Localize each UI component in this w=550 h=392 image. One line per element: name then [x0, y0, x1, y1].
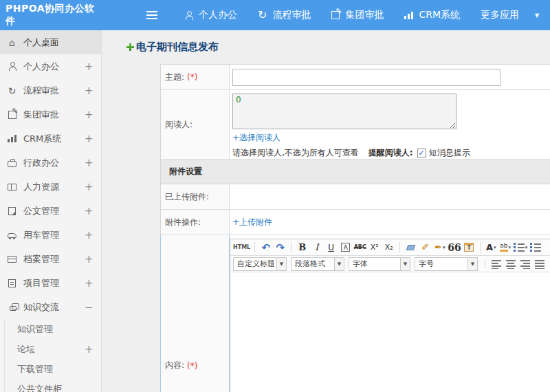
sidebar-item-hr[interactable]: 人力资源 +: [0, 175, 101, 199]
expand-toggle[interactable]: +: [85, 205, 93, 217]
navbar-menu: 个人办公 ↻ 流程审批 ✎ 集团审批 CRM系统 更多应用 ▼: [175, 0, 543, 30]
chevron-down-icon: ▼: [468, 258, 477, 270]
chevron-down-icon: ▾: [494, 245, 496, 250]
select-readers-link[interactable]: +选择阅读人: [232, 132, 280, 144]
sidebar-item-vehicle-mgmt[interactable]: 用车管理 +: [0, 223, 101, 247]
sidebar-item-group-approval[interactable]: ✎ 集团审批 +: [0, 102, 101, 127]
sidebar-item-admin-office[interactable]: 行政办公 +: [0, 151, 101, 175]
font-border-button[interactable]: A: [341, 243, 350, 252]
expand-toggle[interactable]: +: [85, 109, 93, 121]
expand-toggle[interactable]: +: [85, 133, 93, 145]
rich-text-editor: HTML ↶ ↷ B I U A ABC X² X₂ ✐: [230, 239, 550, 392]
bar-chart-icon: [6, 135, 18, 142]
publish-form: 主题: (*) 阅读人: 0 +选择阅读人 请选择阅读人,不选为所有人可查看 提…: [160, 64, 550, 392]
chevron-down-icon: ▼: [535, 12, 539, 19]
sidebar-subitem-download-mgmt[interactable]: 下载管理: [5, 359, 101, 379]
editor-canvas[interactable]: [230, 272, 550, 392]
undo-button[interactable]: ↶: [259, 241, 272, 254]
nav-item-personal-office[interactable]: 个人办公: [175, 0, 248, 30]
sidebar-item-crm[interactable]: CRM系统 +: [0, 127, 101, 151]
font-size-select[interactable]: 字号 ▼: [415, 257, 478, 271]
content-row: 内容: (*) HTML ↶ ↷ B I U A ABC: [160, 235, 550, 392]
readers-textarea[interactable]: 0: [232, 94, 456, 129]
content-label: 内容: (*): [161, 235, 230, 392]
brush-icon: ✒: [434, 242, 442, 252]
align-left-button[interactable]: [490, 257, 503, 271]
expand-toggle[interactable]: +: [85, 229, 93, 241]
editor-toolbar-row1: HTML ↶ ↷ B I U A ABC X² X₂ ✐: [230, 239, 550, 256]
strikethrough-button[interactable]: ABC: [353, 241, 366, 254]
process-icon: ↻: [6, 85, 18, 96]
expand-toggle[interactable]: +: [85, 181, 93, 193]
heading-select[interactable]: 自定义标题 ▼: [233, 257, 287, 271]
page-title-text: 电子期刊信息发布: [136, 41, 219, 54]
underline-button[interactable]: U: [324, 241, 338, 254]
align-right-button[interactable]: [518, 257, 531, 271]
book-icon: [6, 184, 18, 190]
sidebar-item-document-mgmt[interactable]: 公文管理 +: [0, 199, 101, 223]
font-family-select[interactable]: 字体 ▼: [349, 257, 410, 271]
collapse-toggle[interactable]: −: [85, 301, 93, 314]
nav-item-process-approval[interactable]: ↻ 流程审批: [248, 0, 321, 30]
align-right-icon: [520, 259, 530, 269]
toolbar-separator: [480, 242, 481, 252]
more-apps-dropdown[interactable]: ▼: [529, 0, 543, 30]
sidebar-subitem-knowledge-mgmt[interactable]: 知识管理: [5, 319, 101, 339]
expand-toggle[interactable]: +: [85, 277, 93, 290]
toolbar-separator: [291, 242, 292, 252]
ordered-list-button[interactable]: ▾: [514, 241, 528, 254]
eraser-button[interactable]: [404, 241, 417, 254]
nav-item-more-apps[interactable]: 更多应用: [470, 0, 529, 30]
car-icon: [6, 232, 18, 238]
person-icon: [6, 62, 18, 71]
paste-text-button[interactable]: T: [463, 241, 476, 254]
subject-input[interactable]: [232, 69, 500, 86]
nav-item-crm[interactable]: CRM系统: [394, 0, 470, 30]
expand-toggle[interactable]: +: [85, 343, 93, 356]
unordered-list-button[interactable]: [529, 241, 542, 254]
highlight-button[interactable]: ab▾: [499, 241, 512, 254]
justify-button[interactable]: [533, 257, 546, 271]
subscript-button[interactable]: X₂: [382, 241, 395, 254]
align-center-button[interactable]: [504, 257, 517, 271]
nav-item-label: 流程审批: [272, 9, 311, 21]
format-brush-button[interactable]: ✐: [419, 241, 432, 254]
expand-toggle[interactable]: +: [85, 157, 93, 169]
unordered-list-icon: [530, 243, 541, 252]
sidebar-item-archive-mgmt[interactable]: 档案管理 +: [0, 247, 101, 271]
sidebar-toggle-button[interactable]: [142, 5, 162, 25]
font-color-button[interactable]: A▾: [485, 241, 498, 254]
sidebar-subitem-forum[interactable]: 论坛 +: [5, 339, 101, 359]
paragraph-format-select[interactable]: 段落格式 ▼: [291, 257, 344, 271]
subject-row: 主题: (*): [161, 65, 550, 90]
document-icon: [6, 207, 18, 215]
expand-toggle[interactable]: +: [85, 85, 93, 97]
sidebar-item-personal-office[interactable]: 个人办公 +: [0, 54, 101, 78]
upload-attachment-link[interactable]: +上传附件: [232, 217, 550, 228]
nav-item-label: 集团审批: [345, 9, 384, 21]
toolbar-separator: [485, 259, 485, 269]
insert-link-button[interactable]: ∞: [547, 257, 550, 271]
add-icon: [126, 43, 134, 51]
blockquote-button[interactable]: 66: [448, 241, 461, 254]
process-icon: ↻: [258, 10, 267, 21]
redo-button[interactable]: ↷: [274, 241, 287, 254]
expand-toggle[interactable]: +: [85, 253, 93, 265]
nav-item-group-approval[interactable]: ✎ 集团审批: [321, 0, 394, 30]
superscript-button[interactable]: X²: [368, 241, 381, 254]
hamburger-icon: [146, 11, 157, 19]
sidebar-subitem-public-file-cabinet[interactable]: 公共文件柜: [5, 379, 101, 392]
sidebar-item-process-approval[interactable]: ↻ 流程审批 +: [0, 78, 101, 102]
remind-readers-label: 提醒阅读人:: [368, 147, 413, 159]
sidebar-item-project-mgmt[interactable]: 项目管理 +: [0, 271, 101, 295]
html-source-button[interactable]: HTML: [233, 241, 250, 254]
sms-checkbox[interactable]: ✓: [417, 149, 426, 157]
sidebar-item-knowledge-exchange[interactable]: 知识交流 −: [0, 295, 101, 319]
italic-button[interactable]: I: [310, 241, 323, 254]
expand-toggle[interactable]: +: [85, 61, 93, 73]
bold-button[interactable]: B: [296, 241, 309, 254]
toolbar-separator: [399, 242, 400, 252]
person-icon: [185, 11, 193, 20]
sidebar-item-personal-desktop[interactable]: ⌂ 个人桌面: [0, 30, 101, 54]
autotypeset-button[interactable]: ✒▾: [433, 241, 446, 254]
